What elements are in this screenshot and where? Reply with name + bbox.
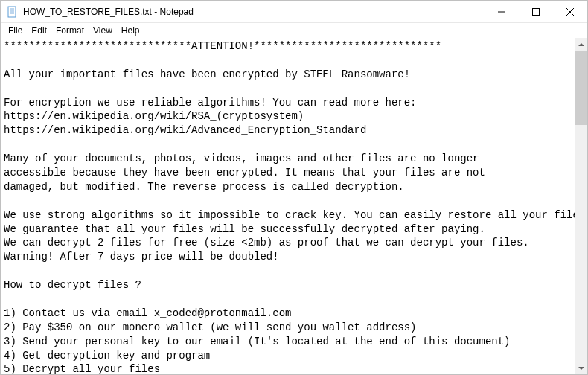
content-wrap: ******************************ATTENTION!… xyxy=(1,38,587,374)
vertical-scrollbar[interactable] xyxy=(575,38,587,374)
menu-view[interactable]: View xyxy=(89,25,117,36)
text-area[interactable]: ******************************ATTENTION!… xyxy=(1,38,575,374)
close-button[interactable] xyxy=(553,1,587,23)
svg-marker-9 xyxy=(578,43,584,46)
window-controls xyxy=(485,1,587,22)
maximize-button[interactable] xyxy=(519,1,553,23)
window-title: HOW_TO_RESTORE_FILES.txt - Notepad xyxy=(23,7,485,17)
menu-file[interactable]: File xyxy=(4,25,27,36)
scroll-thumb[interactable] xyxy=(575,51,587,125)
minimize-button[interactable] xyxy=(485,1,519,23)
titlebar: HOW_TO_RESTORE_FILES.txt - Notepad xyxy=(1,1,587,23)
menu-format[interactable]: Format xyxy=(51,25,89,36)
menu-help[interactable]: Help xyxy=(117,25,144,36)
svg-rect-6 xyxy=(533,9,540,16)
menubar: File Edit Format View Help xyxy=(1,23,587,38)
scroll-track[interactable] xyxy=(575,51,587,362)
notepad-icon xyxy=(7,6,19,18)
scroll-up-arrow[interactable] xyxy=(575,38,587,51)
svg-marker-10 xyxy=(578,367,584,370)
menu-edit[interactable]: Edit xyxy=(27,25,51,36)
scroll-down-arrow[interactable] xyxy=(575,362,587,374)
